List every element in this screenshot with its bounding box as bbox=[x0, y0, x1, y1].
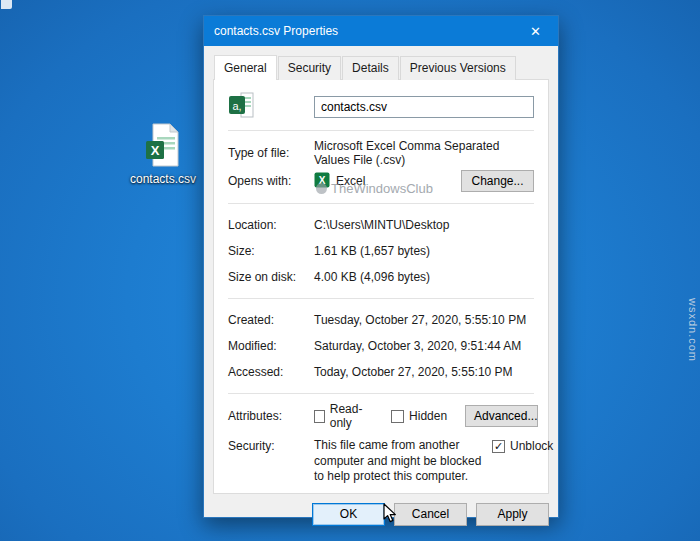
accessed-label: Accessed: bbox=[228, 365, 304, 379]
created-value: Tuesday, October 27, 2020, 5:55:10 PM bbox=[314, 313, 534, 327]
type-of-file-row: Type of file: Microsoft Excel Comma Sepa… bbox=[228, 139, 534, 167]
opens-with-label: Opens with: bbox=[228, 174, 304, 188]
created-row: Created: Tuesday, October 27, 2020, 5:55… bbox=[228, 307, 534, 333]
csv-file-icon-small: a, bbox=[228, 92, 304, 122]
modified-row: Modified: Saturday, October 3, 2020, 9:5… bbox=[228, 333, 534, 359]
partial-desktop-icon bbox=[1, 0, 12, 9]
security-label: Security: bbox=[228, 438, 304, 453]
ok-button[interactable]: OK bbox=[312, 503, 385, 526]
separator bbox=[228, 130, 534, 131]
type-of-file-value: Microsoft Excel Comma Separated Values F… bbox=[314, 139, 534, 167]
attributes-row: Attributes: Read-only Hidden Advanced... bbox=[228, 402, 534, 430]
watermark-wsxdn: wsxdn.com bbox=[687, 298, 699, 362]
size-on-disk-label: Size on disk: bbox=[228, 270, 304, 284]
change-button[interactable]: Change... bbox=[461, 170, 534, 192]
unblock-label: Unblock bbox=[510, 439, 553, 453]
filename-input[interactable] bbox=[314, 96, 534, 118]
desktop: X contacts.csv contacts.csv Properties ✕… bbox=[0, 0, 700, 541]
desktop-file-label: contacts.csv bbox=[121, 172, 205, 186]
separator bbox=[228, 298, 534, 299]
hidden-label: Hidden bbox=[409, 409, 447, 423]
checkbox-box[interactable] bbox=[314, 410, 325, 423]
opens-with-row: Opens with: X Excel Change... bbox=[228, 167, 534, 195]
svg-text:a,: a, bbox=[232, 100, 241, 112]
excel-logo-icon: X bbox=[314, 172, 330, 191]
tab-previous-versions[interactable]: Previous Versions bbox=[400, 56, 516, 80]
created-label: Created: bbox=[228, 313, 304, 327]
tab-details[interactable]: Details bbox=[342, 56, 399, 80]
csv-file-icon: X bbox=[144, 123, 182, 170]
tab-general[interactable]: General bbox=[214, 55, 277, 80]
svg-text:X: X bbox=[151, 143, 160, 158]
accessed-value: Today, October 27, 2020, 5:55:10 PM bbox=[314, 365, 534, 379]
advanced-button[interactable]: Advanced... bbox=[465, 405, 538, 427]
cancel-button[interactable]: Cancel bbox=[394, 503, 467, 526]
general-tab-page: a, Type of file: Microsoft Excel Comma S… bbox=[213, 79, 549, 494]
close-icon[interactable]: ✕ bbox=[513, 16, 558, 46]
separator bbox=[228, 203, 534, 204]
check-icon[interactable]: ✓ bbox=[492, 440, 505, 453]
svg-text:X: X bbox=[319, 175, 326, 186]
location-row: Location: C:\Users\MINTU\Desktop bbox=[228, 212, 534, 238]
dialog-title: contacts.csv Properties bbox=[214, 24, 338, 38]
size-on-disk-value: 4.00 KB (4,096 bytes) bbox=[314, 270, 534, 284]
unblock-checkbox[interactable]: ✓ Unblock bbox=[492, 438, 568, 453]
tab-security[interactable]: Security bbox=[278, 56, 341, 80]
attributes-label: Attributes: bbox=[228, 409, 304, 423]
read-only-label: Read-only bbox=[330, 402, 373, 430]
security-row: Security: This file came from another co… bbox=[228, 438, 534, 485]
modified-label: Modified: bbox=[228, 339, 304, 353]
size-label: Size: bbox=[228, 244, 304, 258]
checkbox-box[interactable] bbox=[391, 410, 404, 423]
size-value: 1.61 KB (1,657 bytes) bbox=[314, 244, 534, 258]
security-description: This file came from another computer and… bbox=[314, 438, 492, 485]
modified-value: Saturday, October 3, 2020, 9:51:44 AM bbox=[314, 339, 534, 353]
location-label: Location: bbox=[228, 218, 304, 232]
size-row: Size: 1.61 KB (1,657 bytes) bbox=[228, 238, 534, 264]
hidden-checkbox[interactable]: Hidden bbox=[391, 409, 447, 423]
dialog-footer: OK Cancel Apply bbox=[204, 494, 558, 535]
dialog-titlebar[interactable]: contacts.csv Properties ✕ bbox=[204, 16, 558, 46]
size-on-disk-row: Size on disk: 4.00 KB (4,096 bytes) bbox=[228, 264, 534, 290]
location-value: C:\Users\MINTU\Desktop bbox=[314, 218, 534, 232]
tab-strip: General Security Details Previous Versio… bbox=[204, 46, 558, 79]
properties-dialog: contacts.csv Properties ✕ General Securi… bbox=[203, 15, 559, 518]
desktop-file-contacts-csv[interactable]: X contacts.csv bbox=[121, 123, 205, 186]
type-of-file-label: Type of file: bbox=[228, 146, 304, 160]
separator bbox=[228, 393, 534, 394]
accessed-row: Accessed: Today, October 27, 2020, 5:55:… bbox=[228, 359, 534, 385]
read-only-checkbox[interactable]: Read-only bbox=[314, 402, 373, 430]
filename-row: a, bbox=[228, 92, 534, 122]
apply-button[interactable]: Apply bbox=[476, 503, 549, 526]
opens-with-value: Excel bbox=[336, 174, 365, 188]
